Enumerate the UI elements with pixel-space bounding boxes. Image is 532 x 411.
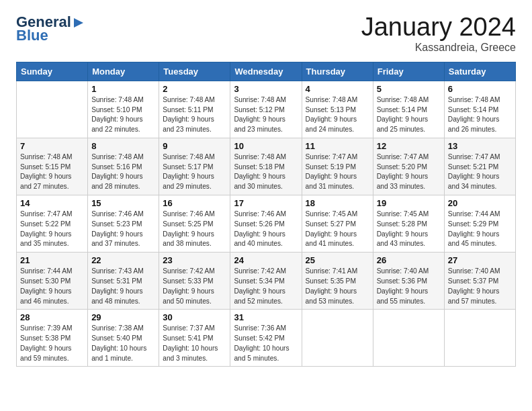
day-number: 21: [20, 255, 84, 265]
calendar-cell: 19Sunrise: 7:45 AMSunset: 5:28 PMDayligh…: [373, 195, 444, 253]
day-number: 3: [234, 84, 298, 94]
day-number: 7: [20, 141, 84, 151]
calendar-cell: 21Sunrise: 7:44 AMSunset: 5:30 PMDayligh…: [17, 253, 88, 310]
calendar-cell: 9Sunrise: 7:48 AMSunset: 5:17 PMDaylight…: [159, 138, 230, 195]
logo-blue: Blue: [16, 27, 48, 44]
calendar-cell: 28Sunrise: 7:39 AMSunset: 5:38 PMDayligh…: [17, 310, 88, 367]
day-info: Sunrise: 7:47 AMSunset: 5:19 PMDaylight:…: [306, 152, 369, 192]
svg-marker-0: [74, 18, 83, 28]
calendar-cell: 13Sunrise: 7:47 AMSunset: 5:21 PMDayligh…: [444, 138, 515, 195]
day-info: Sunrise: 7:46 AMSunset: 5:26 PMDaylight:…: [234, 210, 298, 249]
day-info: Sunrise: 7:41 AMSunset: 5:35 PMDaylight:…: [306, 267, 369, 306]
calendar-cell: 16Sunrise: 7:46 AMSunset: 5:25 PMDayligh…: [159, 195, 230, 253]
day-info: Sunrise: 7:47 AMSunset: 5:21 PMDaylight:…: [448, 152, 512, 192]
week-row-5: 28Sunrise: 7:39 AMSunset: 5:38 PMDayligh…: [17, 310, 516, 367]
column-header-thursday: Thursday: [302, 62, 373, 81]
day-number: 16: [163, 198, 226, 208]
calendar-cell: 30Sunrise: 7:37 AMSunset: 5:41 PMDayligh…: [159, 310, 230, 367]
day-info: Sunrise: 7:43 AMSunset: 5:31 PMDaylight:…: [91, 267, 155, 306]
calendar-cell: 3Sunrise: 7:48 AMSunset: 5:12 PMDaylight…: [230, 81, 302, 138]
day-number: 25: [306, 255, 369, 265]
day-number: 11: [306, 141, 369, 151]
week-row-1: 1Sunrise: 7:48 AMSunset: 5:10 PMDaylight…: [17, 81, 516, 138]
day-info: Sunrise: 7:48 AMSunset: 5:10 PMDaylight:…: [91, 95, 155, 135]
day-info: Sunrise: 7:46 AMSunset: 5:25 PMDaylight:…: [163, 210, 226, 249]
week-row-4: 21Sunrise: 7:44 AMSunset: 5:30 PMDayligh…: [17, 253, 516, 310]
calendar-cell: 10Sunrise: 7:48 AMSunset: 5:18 PMDayligh…: [230, 138, 302, 195]
calendar-cell: 15Sunrise: 7:46 AMSunset: 5:23 PMDayligh…: [88, 195, 159, 253]
day-number: 12: [377, 141, 441, 151]
day-number: 28: [20, 312, 84, 322]
calendar-cell: 31Sunrise: 7:36 AMSunset: 5:42 PMDayligh…: [230, 310, 302, 367]
calendar-table: SundayMondayTuesdayWednesdayThursdayFrid…: [16, 62, 516, 367]
calendar-cell: 24Sunrise: 7:42 AMSunset: 5:34 PMDayligh…: [230, 253, 302, 310]
day-info: Sunrise: 7:37 AMSunset: 5:41 PMDaylight:…: [163, 324, 226, 363]
calendar-cell: [302, 310, 373, 367]
day-info: Sunrise: 7:48 AMSunset: 5:15 PMDaylight:…: [20, 152, 84, 192]
day-info: Sunrise: 7:48 AMSunset: 5:13 PMDaylight:…: [306, 95, 369, 135]
calendar-cell: 11Sunrise: 7:47 AMSunset: 5:19 PMDayligh…: [302, 138, 373, 195]
calendar-cell: 8Sunrise: 7:48 AMSunset: 5:16 PMDaylight…: [88, 138, 159, 195]
calendar-cell: 20Sunrise: 7:44 AMSunset: 5:29 PMDayligh…: [444, 195, 515, 253]
day-number: 13: [448, 141, 512, 151]
calendar-cell: 25Sunrise: 7:41 AMSunset: 5:35 PMDayligh…: [302, 253, 373, 310]
week-row-3: 14Sunrise: 7:47 AMSunset: 5:22 PMDayligh…: [17, 195, 516, 253]
day-number: 20: [448, 198, 512, 208]
day-number: 4: [306, 84, 369, 94]
day-info: Sunrise: 7:38 AMSunset: 5:40 PMDaylight:…: [91, 324, 155, 363]
calendar-cell: 26Sunrise: 7:40 AMSunset: 5:36 PMDayligh…: [373, 253, 444, 310]
column-header-friday: Friday: [373, 62, 444, 81]
day-number: 18: [306, 198, 369, 208]
day-number: 10: [234, 141, 298, 151]
day-info: Sunrise: 7:42 AMSunset: 5:34 PMDaylight:…: [234, 267, 298, 306]
day-number: 1: [91, 84, 155, 94]
day-number: 14: [20, 198, 84, 208]
day-number: 2: [163, 84, 226, 94]
calendar-cell: 17Sunrise: 7:46 AMSunset: 5:26 PMDayligh…: [230, 195, 302, 253]
day-info: Sunrise: 7:46 AMSunset: 5:23 PMDaylight:…: [91, 210, 155, 249]
day-info: Sunrise: 7:44 AMSunset: 5:30 PMDaylight:…: [20, 267, 84, 306]
calendar-cell: 22Sunrise: 7:43 AMSunset: 5:31 PMDayligh…: [88, 253, 159, 310]
day-number: 17: [234, 198, 298, 208]
calendar-cell: 29Sunrise: 7:38 AMSunset: 5:40 PMDayligh…: [88, 310, 159, 367]
calendar-cell: [444, 310, 515, 367]
day-info: Sunrise: 7:45 AMSunset: 5:27 PMDaylight:…: [306, 210, 369, 249]
calendar-cell: 12Sunrise: 7:47 AMSunset: 5:20 PMDayligh…: [373, 138, 444, 195]
day-info: Sunrise: 7:40 AMSunset: 5:37 PMDaylight:…: [448, 267, 512, 306]
title-area: January 2024 Kassandreia, Greece: [361, 13, 516, 54]
week-row-2: 7Sunrise: 7:48 AMSunset: 5:15 PMDaylight…: [17, 138, 516, 195]
day-info: Sunrise: 7:48 AMSunset: 5:16 PMDaylight:…: [91, 152, 155, 192]
calendar-cell: 18Sunrise: 7:45 AMSunset: 5:27 PMDayligh…: [302, 195, 373, 253]
day-number: 27: [448, 255, 512, 265]
calendar-cell: [17, 81, 88, 138]
calendar-subtitle: Kassandreia, Greece: [361, 42, 516, 54]
column-header-monday: Monday: [88, 62, 159, 81]
calendar-cell: 23Sunrise: 7:42 AMSunset: 5:33 PMDayligh…: [159, 253, 230, 310]
day-info: Sunrise: 7:48 AMSunset: 5:14 PMDaylight:…: [377, 95, 441, 135]
day-number: 29: [91, 312, 155, 322]
calendar-cell: 27Sunrise: 7:40 AMSunset: 5:37 PMDayligh…: [444, 253, 515, 310]
day-info: Sunrise: 7:48 AMSunset: 5:12 PMDaylight:…: [234, 95, 298, 135]
calendar-cell: 4Sunrise: 7:48 AMSunset: 5:13 PMDaylight…: [302, 81, 373, 138]
day-number: 8: [91, 141, 155, 151]
calendar-title: January 2024: [361, 13, 516, 42]
calendar-cell: 7Sunrise: 7:48 AMSunset: 5:15 PMDaylight…: [17, 138, 88, 195]
column-headers: SundayMondayTuesdayWednesdayThursdayFrid…: [17, 62, 516, 81]
day-info: Sunrise: 7:40 AMSunset: 5:36 PMDaylight:…: [377, 267, 441, 306]
day-number: 19: [377, 198, 441, 208]
calendar-cell: 6Sunrise: 7:48 AMSunset: 5:14 PMDaylight…: [444, 81, 515, 138]
calendar-cell: 14Sunrise: 7:47 AMSunset: 5:22 PMDayligh…: [17, 195, 88, 253]
header: General Blue January 2024 Kassandreia, G…: [16, 13, 516, 54]
column-header-wednesday: Wednesday: [230, 62, 302, 81]
day-number: 22: [91, 255, 155, 265]
calendar-cell: 2Sunrise: 7:48 AMSunset: 5:11 PMDaylight…: [159, 81, 230, 138]
day-number: 30: [163, 312, 226, 322]
day-info: Sunrise: 7:48 AMSunset: 5:17 PMDaylight:…: [163, 152, 226, 192]
calendar-cell: 1Sunrise: 7:48 AMSunset: 5:10 PMDaylight…: [88, 81, 159, 138]
day-info: Sunrise: 7:47 AMSunset: 5:20 PMDaylight:…: [377, 152, 441, 192]
column-header-sunday: Sunday: [17, 62, 88, 81]
day-number: 5: [377, 84, 441, 94]
day-info: Sunrise: 7:48 AMSunset: 5:14 PMDaylight:…: [448, 95, 512, 135]
logo: General Blue: [16, 13, 85, 44]
calendar-cell: [373, 310, 444, 367]
